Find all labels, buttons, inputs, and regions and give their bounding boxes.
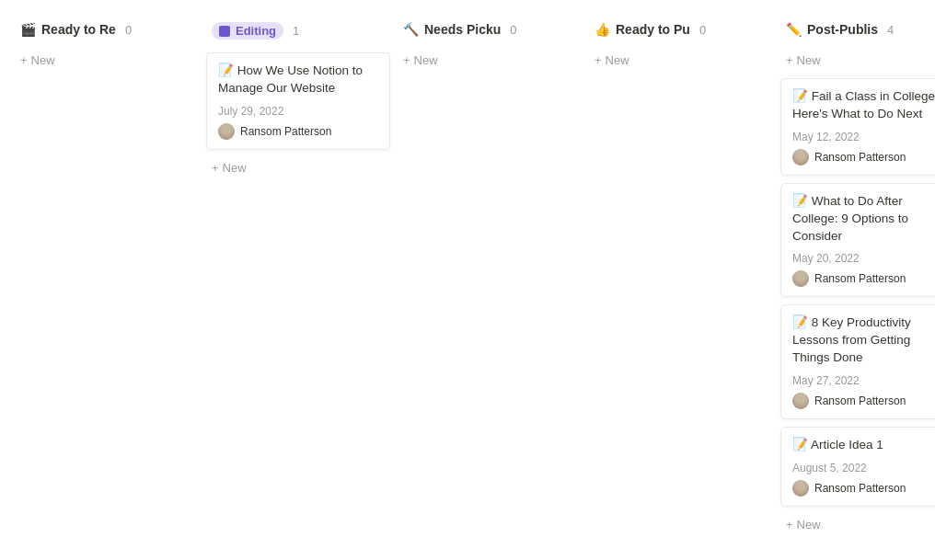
column-header-ready-to-pu: 👍Ready to Pu0 bbox=[589, 18, 773, 40]
card-title: 📝 Article Idea 1 bbox=[792, 437, 935, 454]
card-author: Ransom Patterson bbox=[792, 480, 935, 497]
card[interactable]: 📝 8 Key Productivity Lessons from Gettin… bbox=[780, 304, 935, 419]
column-title: Needs Picku bbox=[424, 22, 501, 37]
column-header-editing: Editing1 bbox=[206, 18, 390, 43]
add-new-label: New bbox=[797, 518, 821, 531]
column-count: 4 bbox=[887, 23, 894, 37]
add-new-label: New bbox=[223, 161, 247, 175]
card-author: Ransom Patterson bbox=[792, 149, 935, 166]
add-new-label: New bbox=[414, 53, 438, 67]
column-title: Ready to Pu bbox=[616, 22, 690, 37]
add-new-top[interactable]: +New bbox=[398, 50, 582, 71]
card-date: May 12, 2022 bbox=[792, 131, 935, 143]
add-new-bottom[interactable]: +New bbox=[206, 157, 390, 178]
column-count: 0 bbox=[125, 23, 132, 37]
plus-icon: + bbox=[20, 53, 28, 67]
column-header-post-publis: ✏️Post-Publis4 bbox=[780, 18, 935, 40]
column-title-badge: Editing bbox=[212, 22, 283, 40]
card[interactable]: 📝 Fail a Class in College? Here's What t… bbox=[780, 78, 935, 176]
add-new-top[interactable]: +New bbox=[780, 50, 935, 71]
author-name: Ransom Patterson bbox=[814, 482, 906, 495]
column-needs-picku: 🔨Needs Picku0+New bbox=[398, 18, 582, 71]
card-author: Ransom Patterson bbox=[218, 123, 378, 140]
card-title: 📝 8 Key Productivity Lessons from Gettin… bbox=[792, 314, 935, 367]
kanban-board: 🎬Ready to Re0+NewEditing1📝 How We Use No… bbox=[0, 0, 935, 560]
column-icon: 🎬 bbox=[20, 22, 36, 37]
plus-icon: + bbox=[786, 53, 793, 67]
editing-icon bbox=[219, 26, 230, 37]
card[interactable]: 📝 Article Idea 1August 5, 2022Ransom Pat… bbox=[780, 427, 935, 507]
column-post-publis: ✏️Post-Publis4+New📝 Fail a Class in Coll… bbox=[780, 18, 935, 535]
card-author: Ransom Patterson bbox=[792, 270, 935, 287]
card-author: Ransom Patterson bbox=[792, 393, 935, 409]
column-icon: 🔨 bbox=[403, 22, 419, 37]
card-title: 📝 How We Use Notion to Manage Our Websit… bbox=[218, 63, 378, 97]
author-name: Ransom Patterson bbox=[814, 272, 906, 285]
add-new-label: New bbox=[606, 53, 629, 67]
column-count: 0 bbox=[510, 23, 516, 37]
column-ready-to-pu: 👍Ready to Pu0+New bbox=[589, 18, 773, 71]
author-name: Ransom Patterson bbox=[240, 125, 331, 138]
column-editing: Editing1📝 How We Use Notion to Manage Ou… bbox=[206, 18, 390, 178]
card-date: May 20, 2022 bbox=[792, 252, 935, 265]
author-name: Ransom Patterson bbox=[814, 394, 906, 407]
avatar bbox=[792, 480, 809, 497]
column-icon: ✏️ bbox=[786, 22, 802, 37]
card-title: 📝 Fail a Class in College? Here's What t… bbox=[792, 88, 935, 123]
avatar bbox=[792, 270, 809, 287]
avatar bbox=[218, 123, 235, 140]
card-date: July 29, 2022 bbox=[218, 105, 378, 118]
author-name: Ransom Patterson bbox=[814, 151, 906, 164]
column-header-needs-picku: 🔨Needs Picku0 bbox=[398, 18, 582, 40]
plus-icon: + bbox=[594, 53, 602, 67]
add-new-top[interactable]: +New bbox=[15, 50, 199, 71]
plus-icon: + bbox=[212, 161, 219, 175]
column-count: 1 bbox=[293, 24, 299, 38]
column-header-ready-to-re: 🎬Ready to Re0 bbox=[15, 18, 199, 40]
add-new-label: New bbox=[797, 53, 821, 67]
column-count: 0 bbox=[699, 23, 706, 37]
column-ready-to-re: 🎬Ready to Re0+New bbox=[15, 18, 199, 71]
column-title: Post-Publis bbox=[807, 22, 878, 37]
avatar bbox=[792, 149, 809, 166]
avatar bbox=[792, 393, 809, 409]
plus-icon: + bbox=[403, 53, 410, 67]
card-date: August 5, 2022 bbox=[792, 462, 935, 474]
card[interactable]: 📝 What to Do After College: 9 Options to… bbox=[780, 183, 935, 298]
add-new-label: New bbox=[31, 53, 55, 67]
column-icon: 👍 bbox=[594, 22, 610, 37]
add-new-top[interactable]: +New bbox=[589, 50, 773, 71]
column-title: Editing bbox=[236, 24, 276, 38]
plus-icon: + bbox=[786, 518, 793, 531]
card-date: May 27, 2022 bbox=[792, 374, 935, 387]
card[interactable]: 📝 How We Use Notion to Manage Our Websit… bbox=[206, 52, 390, 150]
add-new-bottom[interactable]: +New bbox=[780, 514, 935, 535]
card-title: 📝 What to Do After College: 9 Options to… bbox=[792, 193, 935, 246]
column-title: Ready to Re bbox=[41, 22, 116, 37]
